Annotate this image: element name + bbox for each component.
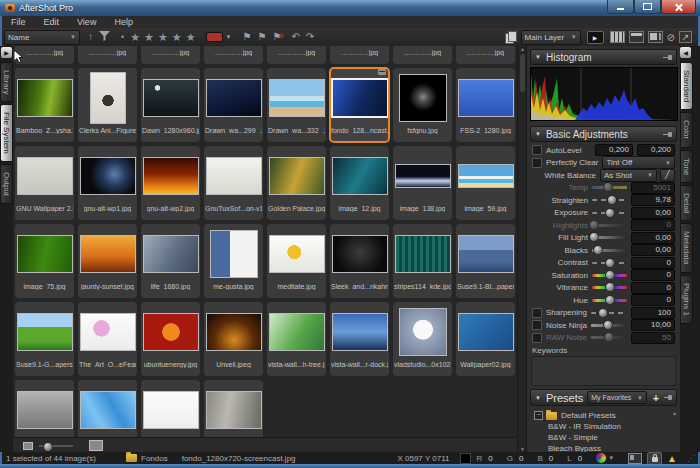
small-thumbnails-icon[interactable] [23,442,33,450]
autolevel-checkbox[interactable] [532,145,542,155]
layer-dropdown[interactable]: Main Layer ▼ [521,30,581,45]
slider-handle[interactable] [589,232,599,242]
star-rating-icon[interactable]: ★ [144,31,154,43]
rotate-left-button[interactable]: ↶ [291,32,299,42]
noise-ninja-slider[interactable] [591,324,627,327]
thumbnail-browser[interactable]: …………jpg…………jpg…………jpg…………jpg…………jpg…………j… [13,46,517,437]
exposure-slider[interactable] [592,212,627,214]
thumbnail-cell[interactable]: …………jpg [393,46,452,64]
hue-slider[interactable] [592,299,627,302]
slider-handle[interactable] [593,245,603,255]
thumbnail-cell[interactable]: me-gusta.jpg [204,224,263,298]
autolevel-low-value[interactable]: 0,200 [595,144,633,156]
preset-item-b-w-simple[interactable]: B&W - Simple [534,432,677,443]
minimize-button[interactable] [607,0,634,14]
thumbnail-cell[interactable]: The_Art_O...eFear.jpg [78,302,137,376]
tree-expand-icon[interactable]: − [534,411,543,420]
warning-icon[interactable]: ▲ [667,453,677,464]
vibrance-slider[interactable] [592,286,627,289]
tab-color[interactable]: Color [680,112,693,147]
slider-handle[interactable] [604,332,614,342]
contrast-slider[interactable] [592,262,627,264]
thumbnail-cell[interactable]: …………jpg [15,46,74,64]
keywords-input[interactable] [531,356,676,386]
slider-handle[interactable] [607,195,617,205]
copy-settings-icon[interactable] [505,31,516,43]
thumbnail-cell[interactable]: Drawn_wa...332_.jpg [267,68,326,142]
star-rating-icon[interactable]: ★ [158,31,168,43]
thumbnail-cell[interactable]: vladstudio...0x1024.jpg [393,302,452,376]
thumbnail-cell[interactable]: image_12.jpg [330,146,389,220]
star-rating-icon[interactable]: ★ [130,31,140,43]
slider-handle[interactable] [605,270,615,280]
color-label-dropdown[interactable]: ▼ [226,32,232,42]
thumbnail-cell[interactable] [15,380,74,437]
preset-item-default-presets[interactable]: −Default Presets [534,410,677,421]
thumbnail-cell[interactable]: …………jpg [456,46,515,64]
autolevel-high-value[interactable]: 0,200 [637,144,675,156]
tab-library[interactable]: Library [0,62,13,102]
tab-detail[interactable]: Detail [680,185,693,221]
histogram-header[interactable]: ▼ Histogram [530,49,677,65]
thumbnail-cell[interactable]: gnu-alt-wp2.jpg [141,146,200,220]
thumbnail-cell[interactable]: Clerks Ani...Figure.jpg [78,68,137,142]
noise-ninja-checkbox[interactable] [532,320,542,330]
thumbnail-cell[interactable]: fsfgnu.jpg [393,68,452,142]
vibrance-value[interactable]: 0 [631,282,675,294]
no-preview-button[interactable]: ⊘ [667,32,675,43]
preview-view-button[interactable] [648,31,663,43]
filter-button[interactable] [99,31,110,43]
collapse-left-panel-icon[interactable]: ▶ [1,47,12,58]
collapse-icon[interactable]: ▼ [535,395,541,401]
fullscreen-button[interactable]: ↗ [679,31,692,43]
slider-handle[interactable] [603,182,613,192]
collapse-right-panel-icon[interactable]: ◀ [680,47,691,58]
menu-help[interactable]: Help [105,17,142,27]
contrast-value[interactable]: 0 [631,257,675,269]
pin-icon[interactable] [663,55,672,60]
sharpening-value[interactable]: 100 [631,307,675,319]
thumbnail-cell[interactable]: GNU Wallpaper 2.jpg [15,146,74,220]
saturation-slider[interactable] [592,274,627,277]
perfectly-clear-checkbox[interactable] [532,158,542,168]
thumbnail-size-slider[interactable] [39,445,73,447]
rotate-right-button[interactable]: ↷ [306,32,314,42]
slideshow-button[interactable]: ▶ [587,31,604,44]
menu-view[interactable]: View [68,17,105,27]
thumbnail-cell[interactable]: …………jpg [267,46,326,64]
thumbnail-cell[interactable]: …………jpg [330,46,389,64]
thumbnail-cell[interactable]: Dawn_1280x960.jpg [141,68,200,142]
exposure-value[interactable]: 0,00 [631,207,675,219]
thumbnail-cell[interactable]: Sleek_and...nkahn.jpg [330,224,389,298]
thumbnail-cell[interactable]: image_138.jpg [393,146,452,220]
close-button[interactable] [661,0,696,14]
thumbnail-cell[interactable]: …………jpg [204,46,263,64]
tab-standard[interactable]: Standard [680,62,693,110]
dual-monitor-icon[interactable] [628,453,642,464]
thumbnail-cell[interactable]: ubuntuenergy.jpg [141,302,200,376]
raw-noise-checkbox[interactable] [532,333,542,343]
thumbnail-cell[interactable]: meditate.jpg [267,224,326,298]
saturation-value[interactable]: 0 [631,269,675,281]
flag-pick-button[interactable]: ⚑ [242,32,251,42]
raw-noise-value[interactable]: 50 [631,332,675,344]
preset-collection-dropdown[interactable]: My Favorites ▼ [587,391,647,404]
thumbnail-cell[interactable]: Bamboo_Z...ysha.jpg [15,68,74,142]
scrollbar-thumb[interactable] [520,54,525,92]
thumbnail-cell[interactable]: jaunty-sunset.jpg [78,224,137,298]
thumbnail-cell[interactable]: vista-wall...r-dock.jpg [330,302,389,376]
thumbnail-cell[interactable]: life_1680.jpg [141,224,200,298]
rating-none-button[interactable]: • [121,32,124,42]
sort-field-dropdown[interactable]: Name ▼ [4,30,80,45]
temp-value[interactable]: 5001 [631,182,675,194]
maximize-button[interactable] [634,0,661,14]
thumbnail-cell[interactable]: vista-wall...h-tree.jpg [267,302,326,376]
sharpening-slider[interactable] [591,312,627,314]
tab-plugins-1[interactable]: Plugins 1 [680,275,693,324]
fill-light-slider[interactable] [592,236,627,239]
tab-output[interactable]: Output [0,164,13,204]
slider-handle[interactable] [598,308,608,318]
thumbnail-cell[interactable]: Suse9.1-G...apers.jpg [15,302,74,376]
add-preset-button[interactable]: + [653,392,659,404]
eyedropper-button[interactable]: ╱ [660,169,675,182]
